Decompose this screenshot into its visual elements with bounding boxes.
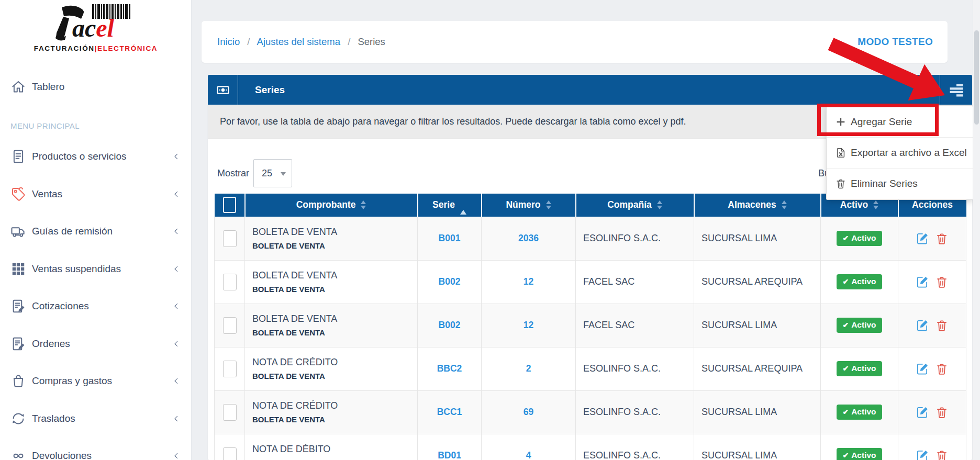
numero-link[interactable]: 12 [524,276,533,287]
scrollbar-thumb[interactable] [974,30,979,125]
column-header-serie[interactable]: Serie [418,194,482,217]
breadcrumb-bar: Inicio / Ajustes del sistema / Series MO… [202,21,948,63]
infinity-icon [10,448,26,460]
serie-link[interactable]: BD01 [438,450,461,460]
row-checkbox[interactable] [223,447,237,460]
status-badge: ✔Activo [837,361,882,376]
table-row: NOTA DE DÉBITOBOLETA DE VENTABD014ESOLIN… [215,434,966,460]
sidebar-item-label: Productos o servicios [32,151,127,162]
menu-item-exportar-a-archivo-a-excel[interactable]: Exportar a archivo a Excel [827,138,973,168]
breadcrumb-link-inicio[interactable]: Inicio [217,36,240,47]
status-badge: ✔Activo [837,318,882,333]
check-icon: ✔ [842,364,849,373]
table-row: BOLETA DE VENTABOLETA DE VENTAB00212FACE… [215,260,966,304]
compania-text: ESOLINFO S.A.C. [583,233,661,243]
edit-icon[interactable] [916,406,929,419]
table-row: BOLETA DE VENTABOLETA DE VENTAB0012036ES… [215,217,966,260]
serie-link[interactable]: BCC1 [437,407,462,417]
compania-text: FACEL SAC [583,276,634,287]
sidebar-item-compras-y-gastos[interactable]: Compras y gastos [0,366,191,396]
column-header-compania[interactable]: Compañía [576,194,694,217]
edit-icon[interactable] [916,275,929,289]
sidebar-item-cotizaciones[interactable]: Cotizaciones [0,291,191,321]
panel-header: Series [208,75,972,105]
row-checkbox[interactable] [223,274,237,290]
delete-icon[interactable] [935,406,949,419]
sidebar-item-traslados[interactable]: Traslados [0,403,191,434]
chevron-left-icon [172,451,181,460]
mode-testeo-badge: MODO TESTEO [858,36,933,48]
almacen-text: SUCURSAL LIMA [701,320,777,330]
sidebar-item-devoluciones[interactable]: Devoluciones [0,441,191,460]
serie-link[interactable]: BBC2 [437,363,462,374]
status-label: Activo [851,277,876,286]
sidebar-item-label: Compras y gastos [32,375,112,387]
sidebar-item-ventas-suspendidas[interactable]: Ventas suspendidas [0,254,191,284]
column-header-label: Serie [432,199,455,210]
edit-icon[interactable] [916,319,929,332]
sort-arrows-icon [546,200,551,209]
sidebar-item-label: Ventas suspendidas [32,263,121,275]
almacen-text: SUCURSAL AREQUIPA [701,363,803,374]
check-icon: ✔ [842,277,849,286]
numero-link[interactable]: 12 [524,320,533,330]
column-header-numero[interactable]: Número [482,194,576,217]
serie-link[interactable]: B001 [439,233,461,243]
row-checkbox[interactable] [223,230,237,247]
delete-icon[interactable] [935,275,949,289]
delete-icon[interactable] [935,319,949,332]
serie-link[interactable]: B002 [439,276,461,287]
sidebar-item-guias-de-remision[interactable]: Guías de remisión [0,216,191,246]
column-header-almacenes[interactable]: Almacenes [694,194,821,217]
page-size-value: 25 [262,168,272,179]
sidebar-item-ordenes[interactable]: Ordenes [0,329,191,359]
compania-text: ESOLINFO S.A.C. [583,450,661,460]
check-icon: ✔ [842,234,849,242]
truck-icon [10,223,26,239]
delete-icon[interactable] [935,232,949,245]
numero-link[interactable]: 69 [524,407,533,417]
numero-link[interactable]: 2 [526,363,531,374]
delete-icon[interactable] [935,449,949,460]
sidebar-item-ventas[interactable]: Ventas [0,179,191,209]
compania-text: ESOLINFO S.A.C. [583,363,661,374]
serie-link[interactable]: B002 [439,320,461,330]
breadcrumb-separator: / [348,36,350,47]
select-all-checkbox[interactable] [223,197,236,213]
column-header-label: Comprobante [296,199,356,210]
sidebar-item-tablero[interactable]: Tablero [0,72,191,102]
menu-item-label: Agregar Serie [851,116,912,128]
almacen-text: SUCURSAL LIMA [701,407,777,417]
status-badge: ✔Activo [837,231,882,246]
edit-icon[interactable] [916,362,929,376]
row-checkbox[interactable] [223,361,237,377]
delete-icon[interactable] [935,362,949,376]
breadcrumb: Inicio / Ajustes del sistema / Series [217,36,385,48]
sidebar-item-label: Guías de remisión [32,226,113,237]
numero-link[interactable]: 2036 [518,233,539,243]
edit-icon[interactable] [916,449,929,460]
page-size-select[interactable]: 25 [253,159,292,187]
grid-icon [10,261,26,277]
sidebar-item-productos-o-servicios[interactable]: Productos o servicios [0,141,191,172]
numero-link[interactable]: 4 [526,450,531,460]
almacen-text: SUCURSAL LIMA [701,450,777,460]
panel-money-iconbox [208,75,238,105]
menu-item-agregar-serie[interactable]: Agregar Serie [827,107,973,137]
row-checkbox[interactable] [223,404,237,421]
panel-actions-button[interactable] [940,75,972,105]
chevron-left-icon [172,151,181,162]
menu-item-eliminar-series[interactable]: Eliminar Series [827,169,973,199]
table-row: BOLETA DE VENTABOLETA DE VENTAB00212FACE… [215,304,966,347]
show-label: Mostrar [217,168,249,179]
chevron-left-icon [172,226,181,237]
panel-title: Series [238,84,285,96]
facel-logo: acel FACTURACIÓN|ELECTRÓNICA [0,3,192,52]
status-badge: ✔Activo [837,448,882,460]
status-label: Activo [851,320,876,329]
almacen-text: SUCURSAL AREQUIPA [701,276,803,287]
column-header-comprobante[interactable]: Comprobante [245,194,418,217]
breadcrumb-link-ajustes[interactable]: Ajustes del sistema [257,36,340,47]
edit-icon[interactable] [916,232,929,245]
row-checkbox[interactable] [223,317,237,334]
